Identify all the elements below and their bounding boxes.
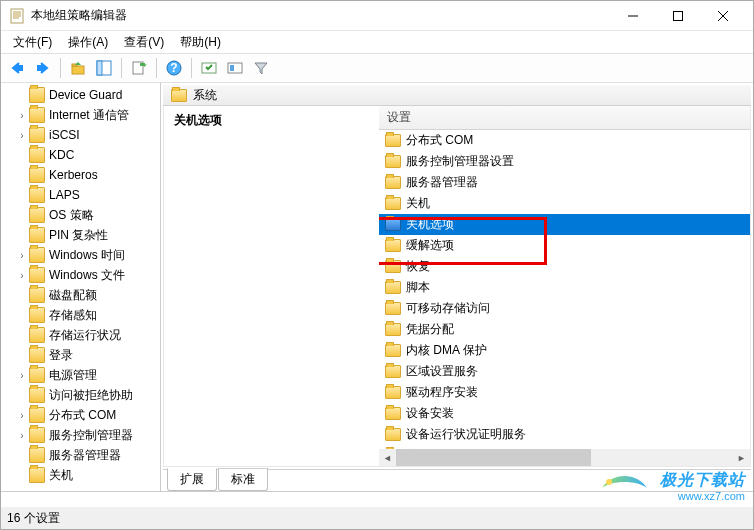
horizontal-scrollbar[interactable]: ◄ ►	[379, 449, 750, 466]
list-item[interactable]: 服务器管理器	[379, 172, 750, 193]
scroll-right-arrow[interactable]: ►	[733, 449, 750, 466]
tree-item-label: OS 策略	[49, 207, 94, 224]
forward-button[interactable]	[31, 56, 55, 80]
list-item-label: 凭据分配	[406, 321, 454, 338]
export-list-button[interactable]	[127, 56, 151, 80]
breadcrumb-label: 系统	[193, 87, 217, 104]
tree-item-label: 电源管理	[49, 367, 97, 384]
menu-action[interactable]: 操作(A)	[60, 32, 116, 53]
folder-icon	[29, 127, 45, 143]
minimize-button[interactable]	[610, 1, 655, 30]
tree-item[interactable]: 存储感知	[1, 305, 160, 325]
tree-item-label: Internet 通信管	[49, 107, 129, 124]
folder-icon	[385, 218, 401, 231]
list-item[interactable]: 设备安装	[379, 403, 750, 424]
tree-item[interactable]: LAPS	[1, 185, 160, 205]
tree-scrollbar[interactable]: Device Guard›Internet 通信管›iSCSIKDCKerber…	[1, 83, 160, 491]
close-button[interactable]	[700, 1, 745, 30]
expander-icon[interactable]: ›	[15, 270, 29, 281]
tree-item[interactable]: Kerberos	[1, 165, 160, 185]
list-item[interactable]: 区域设置服务	[379, 361, 750, 382]
menu-view[interactable]: 查看(V)	[116, 32, 172, 53]
expander-icon[interactable]: ›	[15, 370, 29, 381]
statusbar-text: 16 个设置	[7, 510, 60, 527]
back-button[interactable]	[5, 56, 29, 80]
list-item-label: 设备安装	[406, 405, 454, 422]
titlebar: 本地组策略编辑器	[1, 1, 753, 31]
statusbar: 16 个设置	[1, 507, 753, 529]
tree-item-label: 存储感知	[49, 307, 97, 324]
list-item[interactable]: 恢复	[379, 256, 750, 277]
list-item[interactable]: 脚本	[379, 277, 750, 298]
help-button[interactable]: ?	[162, 56, 186, 80]
tree-item[interactable]: ›Internet 通信管	[1, 105, 160, 125]
folder-icon	[29, 107, 45, 123]
expander-icon[interactable]: ›	[15, 130, 29, 141]
tree-item[interactable]: ›分布式 COM	[1, 405, 160, 425]
tree-item[interactable]: ›Windows 文件	[1, 265, 160, 285]
tree-item[interactable]: 存储运行状况	[1, 325, 160, 345]
list-item[interactable]: 服务控制管理器设置	[379, 151, 750, 172]
list-item[interactable]: 关机选项	[379, 214, 750, 235]
tree-item[interactable]: KDC	[1, 145, 160, 165]
folder-icon	[29, 427, 45, 443]
tree-item-label: Device Guard	[49, 88, 122, 102]
folder-icon	[385, 428, 401, 441]
list-item-label: 内核 DMA 保护	[406, 342, 487, 359]
list-item[interactable]: 分布式 COM	[379, 130, 750, 151]
list-item[interactable]: 设备运行状况证明服务	[379, 424, 750, 445]
tree-item[interactable]: 磁盘配额	[1, 285, 160, 305]
tree-item[interactable]: 访问被拒绝协助	[1, 385, 160, 405]
list-item[interactable]: 缓解选项	[379, 235, 750, 256]
expander-icon[interactable]: ›	[15, 250, 29, 261]
tree-item-label: 磁盘配额	[49, 287, 97, 304]
folder-icon	[385, 323, 401, 336]
tree-item-label: iSCSI	[49, 128, 80, 142]
folder-icon	[29, 267, 45, 283]
list-item[interactable]: 可移动存储访问	[379, 298, 750, 319]
expander-icon[interactable]: ›	[15, 410, 29, 421]
filter-button[interactable]	[249, 56, 273, 80]
tree-item[interactable]: Device Guard	[1, 85, 160, 105]
tab-standard[interactable]: 标准	[218, 468, 268, 491]
tabs: 扩展 标准	[163, 469, 751, 491]
list-item-label: 分布式 COM	[406, 132, 473, 149]
menu-file[interactable]: 文件(F)	[5, 32, 60, 53]
tree-item[interactable]: 登录	[1, 345, 160, 365]
tab-extended[interactable]: 扩展	[167, 468, 217, 491]
show-hide-tree-button[interactable]	[92, 56, 116, 80]
list-item[interactable]: 驱动程序安装	[379, 382, 750, 403]
toolbar-button-2[interactable]	[223, 56, 247, 80]
folder-icon	[385, 344, 401, 357]
maximize-button[interactable]	[655, 1, 700, 30]
scroll-left-arrow[interactable]: ◄	[379, 449, 396, 466]
list-item-label: 服务器管理器	[406, 174, 478, 191]
breadcrumb: 系统	[163, 85, 751, 106]
menu-help[interactable]: 帮助(H)	[172, 32, 229, 53]
tree-item[interactable]: 关机	[1, 465, 160, 485]
tree-item-label: KDC	[49, 148, 74, 162]
expander-icon[interactable]: ›	[15, 430, 29, 441]
list-item[interactable]: 关机	[379, 193, 750, 214]
up-button[interactable]	[66, 56, 90, 80]
tree-item[interactable]: ›服务控制管理器	[1, 425, 160, 445]
tree-item[interactable]: ›电源管理	[1, 365, 160, 385]
tree-item[interactable]: 服务器管理器	[1, 445, 160, 465]
svg-text:?: ?	[170, 61, 177, 75]
folder-icon	[171, 89, 187, 102]
tree-item-label: Kerberos	[49, 168, 98, 182]
tree-item[interactable]: ›Windows 时间	[1, 245, 160, 265]
tree-item[interactable]: PIN 复杂性	[1, 225, 160, 245]
toolbar-button-1[interactable]	[197, 56, 221, 80]
list-item[interactable]: 凭据分配	[379, 319, 750, 340]
list-item[interactable]: 内核 DMA 保护	[379, 340, 750, 361]
expander-icon[interactable]: ›	[15, 110, 29, 121]
svg-rect-18	[230, 65, 234, 71]
tree-item[interactable]: ›iSCSI	[1, 125, 160, 145]
list-column-header[interactable]: 设置	[379, 106, 750, 130]
tree-item-label: 关机	[49, 467, 73, 484]
folder-icon	[385, 407, 401, 420]
tree-item[interactable]: OS 策略	[1, 205, 160, 225]
tree-item-label: 服务器管理器	[49, 447, 121, 464]
folder-icon	[385, 260, 401, 273]
